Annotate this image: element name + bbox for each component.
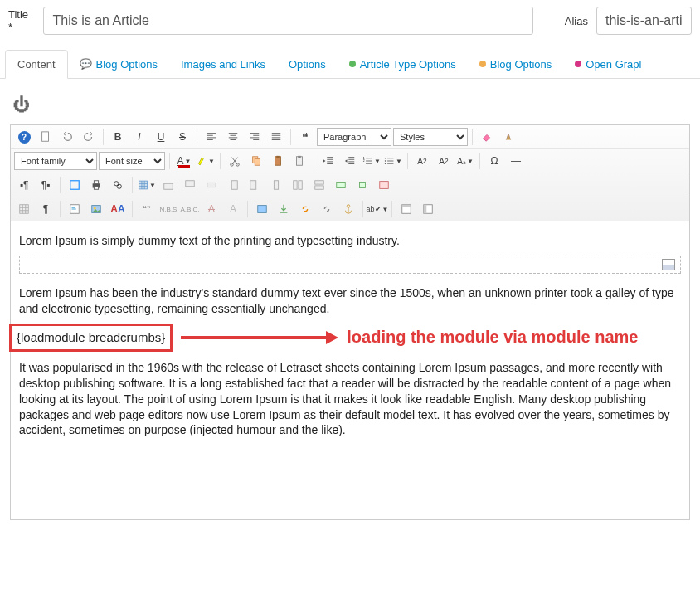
italic-button[interactable]: I: [129, 128, 149, 146]
text-color-button[interactable]: A▼: [174, 152, 194, 170]
special-char-button[interactable]: Ω: [484, 152, 504, 170]
tab-strip: Content 💬Blog Options Images and Links O…: [0, 50, 700, 79]
redo-button[interactable]: [79, 128, 99, 146]
hr-button[interactable]: —: [506, 152, 526, 170]
svg-point-39: [347, 205, 350, 208]
align-center-button[interactable]: [223, 128, 243, 146]
subscript-button[interactable]: A2: [412, 152, 432, 170]
svg-rect-8: [298, 156, 301, 158]
superscript-button[interactable]: A2: [434, 152, 454, 170]
title-input[interactable]: [43, 7, 532, 35]
unlink-button[interactable]: [317, 200, 337, 218]
outdent-button[interactable]: [318, 152, 338, 170]
table-split-button[interactable]: [288, 176, 308, 194]
tab-blog-options[interactable]: 💬Blog Options: [68, 50, 169, 78]
comment-icon: 💬: [80, 58, 92, 70]
table-col-after-button[interactable]: [245, 176, 265, 194]
svg-rect-16: [94, 181, 98, 184]
svg-rect-25: [250, 181, 256, 190]
indent-button[interactable]: [340, 152, 360, 170]
strike-button[interactable]: S: [173, 128, 192, 146]
blockquote-button[interactable]: ❝: [295, 128, 315, 146]
power-icon[interactable]: ⏻: [13, 95, 30, 114]
tab-images-links[interactable]: Images and Links: [169, 50, 277, 78]
table-row-after-button[interactable]: [180, 176, 200, 194]
paste-text-button[interactable]: [289, 152, 309, 170]
ltr-button[interactable]: ▪¶: [14, 176, 34, 194]
annotation-text: loading the module via module name: [347, 326, 638, 348]
tab-blog-options-2[interactable]: Blog Options: [468, 50, 563, 78]
svg-rect-29: [315, 181, 324, 184]
table-merge-button[interactable]: [309, 176, 329, 194]
eraser-button[interactable]: [477, 128, 497, 146]
paragraph-select[interactable]: Paragraph: [317, 128, 391, 146]
svg-rect-33: [380, 182, 389, 189]
svg-rect-0: [42, 132, 49, 141]
quote-button[interactable]: ❝❞: [137, 200, 157, 218]
svg-point-13: [385, 163, 386, 164]
nbsp-button[interactable]: N.B.S: [158, 200, 178, 218]
undo-button[interactable]: [57, 128, 77, 146]
svg-marker-45: [326, 331, 338, 344]
svg-rect-27: [294, 181, 297, 190]
tab-open-graph[interactable]: Open Grapl: [563, 50, 653, 78]
ordered-list-button[interactable]: 12▼: [362, 152, 382, 170]
arrow-icon: [181, 329, 338, 347]
fullscreen-button[interactable]: [65, 176, 85, 194]
table-prop-button[interactable]: [331, 176, 351, 194]
table-delete-row-button[interactable]: [202, 176, 221, 194]
editor-body[interactable]: Lorem Ipsum is simply dummy text of the …: [10, 221, 690, 520]
title-label: Title *: [8, 8, 35, 33]
alias-input[interactable]: [596, 7, 692, 35]
font-style-button[interactable]: AA: [108, 200, 128, 218]
grid-button[interactable]: [14, 200, 34, 218]
svg-point-12: [385, 160, 386, 162]
find-button[interactable]: [108, 176, 128, 194]
table-button[interactable]: ▼: [137, 176, 157, 194]
help-button[interactable]: ?: [14, 128, 34, 146]
spellcheck-button[interactable]: ab✔▼: [367, 200, 387, 218]
download-button[interactable]: [274, 200, 294, 218]
bold-button[interactable]: B: [108, 128, 128, 146]
image-button[interactable]: [86, 200, 106, 218]
svg-rect-14: [70, 181, 80, 190]
tab-content[interactable]: Content: [5, 50, 68, 79]
strike-format-button[interactable]: A: [202, 200, 221, 218]
layout-button[interactable]: [396, 200, 416, 218]
rtl-button[interactable]: ¶▪: [36, 176, 56, 194]
styles-select[interactable]: Styles: [393, 128, 468, 146]
table-cell-button[interactable]: [352, 176, 372, 194]
svg-rect-31: [337, 183, 346, 188]
font-size-select[interactable]: Font size: [99, 152, 165, 170]
table-row-before-button[interactable]: [158, 176, 178, 194]
source-button[interactable]: [65, 200, 85, 218]
unordered-list-button[interactable]: ▼: [383, 152, 403, 170]
table-delete-col-button[interactable]: [266, 176, 286, 194]
table-delete-button[interactable]: [374, 176, 394, 194]
bg-color-button[interactable]: ▼: [196, 152, 216, 170]
paste-button[interactable]: [268, 152, 288, 170]
align-justify-button[interactable]: [266, 128, 286, 146]
anchor-button[interactable]: [338, 200, 358, 218]
show-invisible-button[interactable]: ¶: [36, 200, 56, 218]
table-col-before-button[interactable]: [223, 176, 243, 194]
tab-options[interactable]: Options: [277, 50, 338, 78]
print-button[interactable]: [86, 176, 106, 194]
tab-article-type-options[interactable]: Article Type Options: [338, 50, 468, 78]
link-button[interactable]: [295, 200, 315, 218]
svg-rect-24: [231, 181, 237, 190]
case-button[interactable]: Aₐ▼: [455, 152, 475, 170]
font-family-select[interactable]: Font family: [14, 152, 97, 170]
copy-button[interactable]: [246, 152, 266, 170]
underline-button[interactable]: U: [151, 128, 171, 146]
cut-button[interactable]: [225, 152, 245, 170]
abbr-button[interactable]: A.B.C.: [180, 200, 200, 218]
new-doc-button[interactable]: [36, 128, 56, 146]
clear-format-button[interactable]: A: [223, 200, 243, 218]
align-left-button[interactable]: [202, 128, 221, 146]
media-button[interactable]: [252, 200, 272, 218]
template-button[interactable]: [418, 200, 438, 218]
svg-rect-34: [20, 205, 29, 214]
align-right-button[interactable]: [245, 128, 265, 146]
clean-button[interactable]: [498, 128, 518, 146]
